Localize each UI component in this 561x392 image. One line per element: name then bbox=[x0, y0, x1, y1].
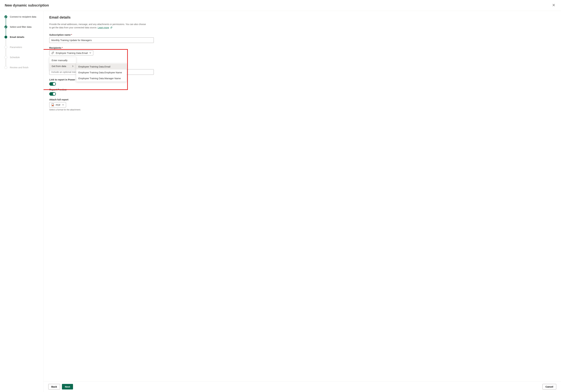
dialog-header: New dynamic subscription bbox=[0, 0, 561, 11]
subscription-name-label: Subscription name* bbox=[49, 33, 154, 36]
attach-format-value: PDF bbox=[56, 104, 61, 106]
get-from-data-submenu: Employee Training Data.Email Employee Tr… bbox=[76, 63, 127, 82]
section-heading: Email details bbox=[49, 15, 555, 20]
report-preview-label: Report Preview bbox=[49, 88, 154, 91]
step-label: Schedule bbox=[10, 56, 20, 59]
subscription-name-input[interactable] bbox=[49, 37, 154, 43]
link-icon bbox=[51, 52, 54, 54]
step-marker-icon bbox=[4, 56, 7, 59]
field-recipients: Recipients* Employee Training Data.Email… bbox=[49, 46, 154, 55]
step-email-details[interactable]: Email details bbox=[4, 36, 40, 46]
chevron-right-icon bbox=[72, 65, 74, 67]
dialog: New dynamic subscription Connect to reci… bbox=[0, 0, 561, 392]
recipients-label: Recipients* bbox=[49, 46, 154, 49]
submenu-item-email[interactable]: Employee Training Data.Email bbox=[76, 64, 127, 70]
dialog-body: Connect to recipient data Select and fil… bbox=[0, 11, 561, 392]
step-marker-done-icon bbox=[4, 25, 7, 28]
step-label: Connect to recipient data bbox=[10, 15, 36, 18]
section-description: Provide the email addresses, message, an… bbox=[49, 23, 147, 29]
field-subscription-name: Subscription name* bbox=[49, 33, 154, 43]
step-marker-icon bbox=[4, 66, 7, 69]
content-scroll: Email details Provide the email addresse… bbox=[43, 11, 561, 381]
dialog-footer: Back Next Cancel bbox=[43, 381, 561, 392]
wizard-steps: Connect to recipient data Select and fil… bbox=[0, 11, 43, 392]
next-button[interactable]: Next bbox=[62, 384, 73, 390]
content-panel: Email details Provide the email addresse… bbox=[43, 11, 561, 392]
external-link-icon bbox=[110, 26, 112, 29]
step-review-finish[interactable]: Review and finish bbox=[4, 66, 40, 70]
step-marker-done-icon bbox=[4, 15, 7, 18]
step-label: Select and filter data bbox=[10, 25, 32, 28]
report-preview-toggle[interactable] bbox=[49, 92, 56, 96]
step-schedule[interactable]: Schedule bbox=[4, 56, 40, 66]
step-parameters[interactable]: Parameters bbox=[4, 46, 40, 56]
learn-more-link[interactable]: Learn more bbox=[98, 26, 109, 29]
recipients-value: Employee Training Data.Email bbox=[56, 52, 88, 54]
step-marker-icon bbox=[4, 46, 7, 49]
submenu-item-employee-name[interactable]: Employee Training Data.Employee Name bbox=[76, 70, 127, 75]
recipients-select[interactable]: Employee Training Data.Email bbox=[49, 50, 93, 55]
attach-format-select[interactable]: PDF bbox=[49, 102, 66, 108]
chevron-down-icon bbox=[89, 52, 91, 54]
cancel-button[interactable]: Cancel bbox=[542, 384, 556, 390]
step-label: Review and finish bbox=[10, 66, 29, 69]
svg-rect-0 bbox=[52, 105, 54, 106]
close-button[interactable] bbox=[551, 3, 556, 8]
dialog-title: New dynamic subscription bbox=[5, 3, 49, 7]
back-button[interactable]: Back bbox=[48, 384, 60, 390]
field-attach-report: Attach full report PDF Select a format f… bbox=[49, 98, 154, 111]
field-report-preview: Report Preview bbox=[49, 88, 154, 96]
close-icon bbox=[552, 4, 555, 6]
chevron-down-icon bbox=[62, 104, 64, 106]
dropdown-item-get-from-data[interactable]: Get from data Employee Training Data.Ema… bbox=[49, 63, 76, 69]
step-select-filter-data[interactable]: Select and filter data bbox=[4, 25, 40, 36]
recipients-dropdown: Enter manually Get from data Employee Tr… bbox=[49, 57, 76, 70]
attach-help-text: Select a format for the attachment. bbox=[49, 109, 154, 111]
submenu-item-manager-name[interactable]: Employee Training Data.Manager Name bbox=[76, 75, 127, 81]
dropdown-item-enter-manually[interactable]: Enter manually bbox=[49, 57, 76, 63]
pdf-file-icon bbox=[51, 103, 54, 107]
step-label: Email details bbox=[10, 36, 24, 38]
step-label: Parameters bbox=[10, 46, 22, 49]
step-connect-recipient-data[interactable]: Connect to recipient data bbox=[4, 15, 40, 25]
step-marker-active-icon bbox=[4, 36, 7, 38]
attach-report-label: Attach full report bbox=[49, 98, 154, 101]
link-report-toggle[interactable] bbox=[49, 82, 56, 86]
